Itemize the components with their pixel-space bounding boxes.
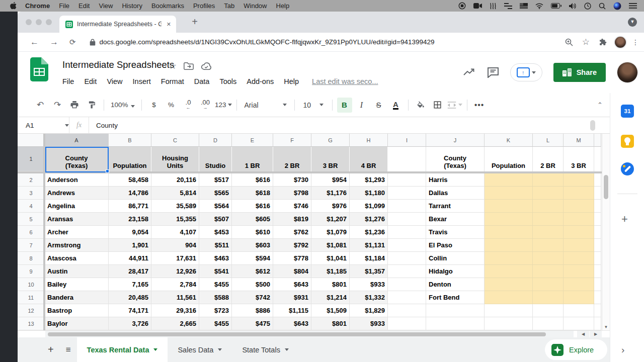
cell-C7[interactable]: 904 (151, 239, 199, 252)
cell-G3[interactable]: $1,176 (311, 187, 350, 200)
cell-H12[interactable]: $1,829 (350, 304, 388, 317)
cell-C1[interactable]: Housing Units (151, 147, 199, 171)
cell-L8[interactable] (533, 252, 564, 265)
cell-H1[interactable]: 4 BR (350, 147, 388, 171)
cell-G6[interactable]: $1,079 (311, 226, 350, 239)
row-header-13[interactable]: 13 (18, 317, 45, 330)
increase-decimal-button[interactable]: .00→ (198, 98, 213, 113)
cell-J13[interactable] (426, 317, 485, 330)
cell-M11[interactable] (564, 291, 594, 304)
cell-G8[interactable]: $1,041 (311, 252, 350, 265)
cell-I5[interactable] (388, 213, 426, 226)
cell-G9[interactable]: $1,185 (311, 265, 350, 278)
cell-D6[interactable]: $453 (199, 226, 232, 239)
sidebar-lines-icon[interactable] (504, 3, 512, 9)
italic-button[interactable]: I (354, 98, 369, 113)
cell-E3[interactable]: $618 (232, 187, 273, 200)
menubar-item-view[interactable]: View (94, 2, 117, 10)
cell-K9[interactable] (485, 265, 533, 278)
column-header-F[interactable]: F (273, 134, 311, 147)
cell-I13[interactable] (388, 317, 426, 330)
cell-L13[interactable] (533, 317, 564, 330)
cell-J1[interactable]: County (Texas) (426, 147, 485, 171)
cell-F11[interactable]: $931 (273, 291, 311, 304)
cell-E7[interactable]: $603 (232, 239, 273, 252)
column-header-L[interactable]: L (533, 134, 564, 147)
column-header-D[interactable]: D (199, 134, 232, 147)
cell-C8[interactable]: 17,631 (151, 252, 199, 265)
cell-C9[interactable]: 12,926 (151, 265, 199, 278)
cell-C13[interactable]: 2,665 (151, 317, 199, 330)
cell-M10[interactable] (564, 278, 594, 291)
cell-G13[interactable]: $801 (311, 317, 350, 330)
fill-color-button[interactable] (413, 98, 428, 113)
row-header-2[interactable]: 2 (18, 173, 45, 187)
lock-icon[interactable] (90, 39, 96, 46)
bookmark-star-icon[interactable]: ☆ (580, 37, 592, 47)
sheet-tab-sales-data[interactable]: Sales Data (168, 337, 232, 362)
column-header-K[interactable]: K (485, 134, 533, 147)
cell-I12[interactable] (388, 304, 426, 317)
cell-D11[interactable]: $588 (199, 291, 232, 304)
cell-H5[interactable]: $1,276 (350, 213, 388, 226)
menu-data[interactable]: Data (189, 76, 215, 87)
text-color-button[interactable]: A (388, 98, 404, 113)
clock-icon[interactable] (584, 3, 591, 10)
extensions-icon[interactable] (597, 38, 609, 46)
collapse-toolbar-button[interactable]: ⌃ (597, 101, 603, 109)
cell-L4[interactable] (533, 200, 564, 213)
spotlight-icon[interactable] (599, 3, 606, 10)
borders-button[interactable] (430, 98, 445, 113)
cell-G5[interactable]: $1,207 (311, 213, 350, 226)
paint-format-button[interactable] (84, 98, 99, 113)
row-header-12[interactable]: 12 (18, 304, 45, 317)
cell-H6[interactable]: $1,236 (350, 226, 388, 239)
menu-edit[interactable]: Edit (79, 76, 102, 87)
maximize-window-button[interactable] (46, 19, 52, 25)
cell-J3[interactable]: Dallas (426, 187, 485, 200)
cell-F6[interactable]: $762 (273, 226, 311, 239)
cell-J8[interactable]: Collin (426, 252, 485, 265)
cell-I9[interactable] (388, 265, 426, 278)
url-text[interactable]: docs.google.com/spreadsheets/d/1NGI39Cvx… (100, 38, 435, 46)
cell-C11[interactable]: 11,561 (151, 291, 199, 304)
cell-K11[interactable] (485, 291, 533, 304)
row-header-7[interactable]: 7 (18, 239, 45, 252)
cell-L12[interactable] (533, 304, 564, 317)
undo-button[interactable]: ↶ (33, 98, 48, 113)
cell-L11[interactable] (533, 291, 564, 304)
cell-G7[interactable]: $1,081 (311, 239, 350, 252)
decrease-decimal-button[interactable]: .0← (181, 98, 196, 113)
cell-A9[interactable]: Austin (45, 265, 109, 278)
cell-I4[interactable] (388, 200, 426, 213)
present-dropdown-caret[interactable] (532, 71, 536, 74)
cell-G1[interactable]: 3 BR (311, 147, 350, 171)
browser-menu-icon[interactable]: ⋮ (632, 38, 639, 46)
cell-E10[interactable]: $500 (232, 278, 273, 291)
cell-D9[interactable]: $541 (199, 265, 232, 278)
sheet-tab-menu-caret[interactable] (285, 348, 289, 351)
cell-F9[interactable]: $804 (273, 265, 311, 278)
cell-D1[interactable]: Studio (199, 147, 232, 171)
cell-A5[interactable]: Aransas (45, 213, 109, 226)
cell-G10[interactable]: $801 (311, 278, 350, 291)
cell-D5[interactable]: $507 (199, 213, 232, 226)
cell-D13[interactable]: $455 (199, 317, 232, 330)
cell-M7[interactable] (564, 239, 594, 252)
cell-J4[interactable]: Tarrant (426, 200, 485, 213)
star-document-icon[interactable]: ☆ (169, 60, 177, 71)
cell-A7[interactable]: Armstrong (45, 239, 109, 252)
column-header-B[interactable]: B (109, 134, 151, 147)
browser-tab[interactable]: Intermediate Spreadsheets - G ✕ (59, 16, 176, 33)
cell-L6[interactable] (533, 226, 564, 239)
cell-C5[interactable]: 15,355 (151, 213, 199, 226)
cell-M5[interactable] (564, 213, 594, 226)
cell-E5[interactable]: $605 (232, 213, 273, 226)
cell-D3[interactable]: $565 (199, 187, 232, 200)
cell-H4[interactable]: $1,099 (350, 200, 388, 213)
cell-H2[interactable]: $1,293 (350, 173, 388, 187)
expand-side-panel-button[interactable]: › (621, 344, 624, 355)
cell-M9[interactable] (564, 265, 594, 278)
cell-G11[interactable]: $1,214 (311, 291, 350, 304)
cell-K12[interactable] (485, 304, 533, 317)
